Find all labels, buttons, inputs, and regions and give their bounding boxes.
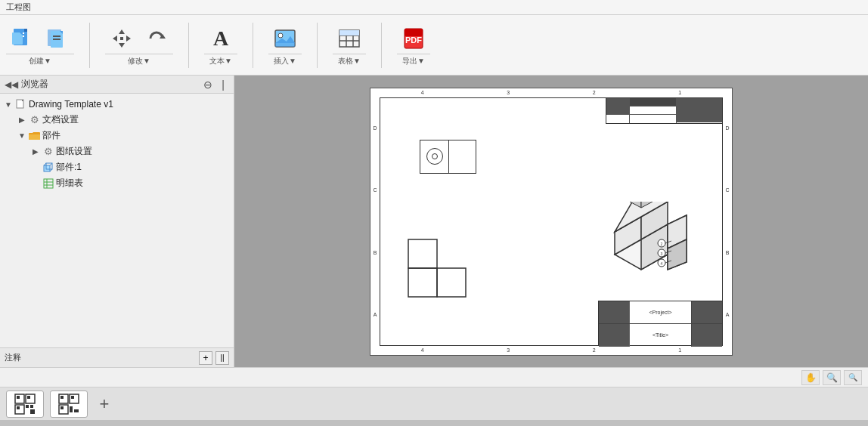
add-tab-btn[interactable]: +	[94, 394, 115, 415]
import-btn[interactable]	[41, 23, 74, 54]
collapse-arrow-3[interactable]: ▶	[30, 147, 41, 157]
svg-rect-10	[53, 39, 60, 40]
svg-marker-13	[113, 36, 117, 42]
sep1	[89, 23, 90, 68]
bom-node[interactable]: 明细表	[3, 175, 231, 191]
svg-rect-81	[30, 409, 35, 414]
drawing-sheet: 4321 4321 DCBA DCBA	[370, 88, 733, 356]
status-tools: ✋ 🔍 🔍	[801, 370, 862, 385]
toolbar-group-insert: 插入▼	[268, 23, 302, 66]
svg-point-19	[278, 33, 283, 38]
ruler-bottom: 4321	[380, 346, 723, 355]
sidebar-arrows-icon: ◀◀	[5, 79, 18, 90]
ruler-right: DCBA	[723, 97, 732, 346]
title-block: <Project> <Title>	[598, 301, 723, 346]
table-btn[interactable]	[333, 23, 366, 54]
move-icon	[110, 26, 134, 51]
sep3	[253, 23, 253, 68]
svg-text:3: 3	[661, 252, 663, 256]
svg-rect-88	[70, 406, 73, 412]
gear-icon-1: ⚙	[29, 114, 41, 126]
toolbar-group-text: A 文本▼	[204, 23, 237, 66]
side-view	[405, 236, 473, 306]
insert-group-label: 插入▼	[268, 54, 302, 66]
svg-marker-3	[24, 29, 27, 32]
title-label: <Title>	[653, 332, 668, 338]
doc-settings-node[interactable]: ▶ ⚙ 文档设置	[3, 112, 231, 128]
new-icon	[11, 26, 35, 51]
sheet-settings-label: 图纸设置	[56, 145, 92, 158]
tab-qr1[interactable]	[6, 390, 44, 418]
rotate-btn[interactable]	[140, 23, 173, 54]
svg-marker-11	[119, 29, 125, 34]
tab-bar: +	[0, 387, 868, 420]
export-btn[interactable]: PDF	[397, 23, 430, 54]
sheet-settings-node[interactable]: ▶ ⚙ 图纸设置	[3, 144, 231, 159]
svg-marker-14	[126, 36, 131, 42]
part1-label: 部件:1	[56, 161, 82, 174]
project-label: <Project>	[649, 310, 672, 315]
create-group-label: 创建▼	[6, 54, 74, 66]
svg-rect-89	[74, 409, 79, 412]
parts-node[interactable]: ▼ 部件	[3, 128, 231, 144]
bom-label: 明细表	[56, 177, 83, 190]
svg-rect-33	[405, 29, 423, 36]
svg-rect-4	[12, 32, 23, 45]
svg-rect-78	[17, 406, 20, 409]
sidebar-header: ◀◀ 浏览器 ⊖ |	[0, 76, 234, 94]
sidebar-pin-btn[interactable]: |	[217, 79, 229, 91]
svg-rect-29	[353, 30, 359, 36]
svg-rect-76	[27, 396, 30, 399]
svg-rect-85	[71, 396, 74, 399]
zoom-in-btn[interactable]: 🔍	[823, 370, 841, 385]
move-btn[interactable]	[105, 23, 138, 54]
toolbar-group-modify: 修改▼	[105, 23, 173, 66]
toolbar-group-table: 表格▼	[333, 23, 366, 66]
collapse-arrow-0[interactable]: ▼	[3, 99, 14, 110]
main-area: ◀◀ 浏览器 ⊖ | ▼ Drawing Template v1	[0, 76, 868, 367]
canvas-area[interactable]: 4321 4321 DCBA DCBA	[234, 76, 868, 367]
svg-marker-12	[119, 43, 125, 48]
svg-rect-49	[437, 268, 466, 297]
import-icon	[45, 26, 70, 51]
svg-rect-79	[26, 405, 29, 408]
parts-label: 部件	[42, 129, 60, 142]
export-group-label: 导出▼	[397, 54, 430, 66]
svg-text:2: 2	[661, 242, 663, 246]
folder-icon	[29, 130, 41, 142]
svg-text:4: 4	[661, 261, 663, 266]
sidebar-collapse-btn[interactable]: ⊖	[202, 79, 214, 91]
table-group-label: 表格▼	[333, 54, 366, 66]
text-btn[interactable]: A	[204, 23, 237, 54]
new-btn[interactable]	[6, 23, 39, 54]
svg-rect-48	[408, 268, 437, 297]
zoom-out-btn[interactable]: 🔍	[844, 370, 862, 385]
toolbar: 创建▼	[0, 15, 868, 76]
drawing-template-label: Drawing Template v1	[29, 99, 113, 110]
svg-rect-28	[346, 30, 353, 36]
hand-tool-btn[interactable]: ✋	[801, 370, 820, 385]
sep5	[381, 23, 382, 68]
gear-icon-2: ⚙	[42, 146, 54, 158]
notes-add-btn[interactable]: +	[199, 351, 212, 365]
front-view	[420, 140, 476, 174]
toolbar-group-export: PDF 导出▼	[397, 23, 430, 66]
status-bar: ✋ 🔍 🔍	[0, 367, 868, 387]
app-title: 工程图	[6, 2, 31, 13]
svg-rect-27	[339, 30, 346, 36]
text-icon: A	[209, 26, 233, 51]
insert-btn[interactable]	[268, 23, 302, 54]
svg-rect-15	[120, 37, 123, 40]
svg-rect-38	[44, 165, 50, 171]
drawing-template-node[interactable]: ▼ Drawing Template v1	[3, 97, 231, 112]
ruler-left: DCBA	[370, 97, 380, 346]
svg-rect-37	[29, 134, 40, 140]
collapse-arrow-1[interactable]: ▶	[17, 115, 27, 125]
part1-node[interactable]: 部件:1	[3, 159, 231, 175]
sep4	[317, 23, 318, 68]
svg-rect-87	[60, 406, 64, 409]
svg-rect-43	[44, 179, 53, 188]
header-title-block	[606, 97, 723, 124]
tab-qr2[interactable]	[50, 390, 88, 418]
collapse-arrow-2[interactable]: ▼	[17, 131, 27, 141]
